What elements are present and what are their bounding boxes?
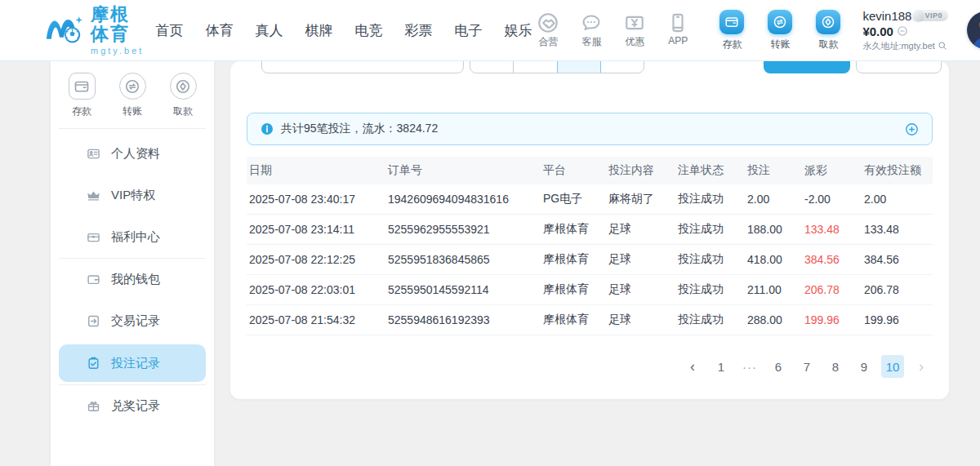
transactions-icon [87,314,100,328]
sidebar-quick-deposit[interactable]: 存款 [63,73,100,118]
header-action-label: 取款 [818,38,838,51]
sidebar-item-label: 投注记录 [111,356,160,371]
header-link-partnership[interactable]: 合营 [532,12,564,49]
cell-date: 2025-07-08 21:54:32 [249,313,388,326]
site-title: 摩根体育 [91,5,144,44]
transfer-icon [773,15,787,29]
search-icon[interactable] [938,41,947,51]
withdraw-icon [170,73,197,100]
reset-button[interactable] [856,61,942,73]
top-header: 摩根体育 mgty.bet 首页体育真人棋牌电竞彩票电子娱乐 合营客服优惠APP… [0,0,980,61]
sidebar-quick-label: 取款 [173,104,193,118]
header-quick-links: 合营客服优惠APP [532,12,694,49]
transfer-icon [119,73,146,100]
column-header-4: 投注内容 [608,163,678,178]
nav-item-8[interactable]: 娱乐 [504,21,532,40]
balance-amount: ¥0.00 [862,24,893,38]
search-button[interactable] [764,61,850,73]
cell-bet-amount: 188.00 [747,223,804,236]
header-link-app[interactable]: APP [662,12,694,49]
cell-platform: 摩根体育 [543,222,608,237]
cell-order-no: 5255962955553921 [388,223,543,236]
wallet-icon [87,273,100,286]
cell-date: 2025-07-08 22:03:01 [249,283,388,296]
vip-badge[interactable]: VIP0 [915,10,948,21]
sidebar-item-benefits[interactable]: 福利中心 [59,216,206,258]
segment-option-2[interactable] [513,61,556,73]
cell-platform: PG电子 [543,192,608,206]
pagination-page-9[interactable]: 9 [853,355,875,378]
pagination-page-8[interactable]: 8 [824,355,847,378]
cell-valid-bet-amount: 2.00 [864,193,933,206]
crown-icon [87,189,100,202]
avatar[interactable] [967,11,980,49]
sidebar-quick-label: 转账 [122,104,142,118]
sidebar-item-vip[interactable]: VIP特权 [59,175,206,216]
sidebar-item-profile[interactable]: 个人资料 [59,133,206,175]
site-logo[interactable]: 摩根体育 mgty.bet [44,5,144,55]
pagination-page-7[interactable]: 7 [795,355,818,378]
withdraw-tile [816,10,840,34]
cell-bet-amount: 288.00 [747,313,804,326]
table-row: 2025-07-08 21:54:325255948616192393摩根体育足… [247,305,933,335]
cell-valid-bet-amount: 199.96 [864,313,933,326]
pagination-page-10[interactable]: 10 [881,355,904,378]
toggle-balance-icon[interactable] [897,25,908,37]
header-action-transfer[interactable]: 转账 [762,10,798,51]
header-link-support[interactable]: 客服 [575,12,608,49]
header-link-label: 优惠 [625,35,644,49]
segment-option-4[interactable] [600,61,644,73]
app-icon [667,12,688,33]
sidebar-item-label: 交易记录 [111,313,160,329]
column-header-8: 有效投注额 [864,163,933,178]
column-header-3: 平台 [543,163,608,178]
plus-circle-icon[interactable] [905,122,919,136]
column-header-7: 派彩 [804,163,864,178]
header-link-label: 客服 [581,35,601,49]
sidebar-quick-actions: 存款转账取款 [51,61,214,128]
pagination-ellipsis[interactable]: ··· [738,355,761,378]
cell-order-status: 投注成功 [678,222,747,237]
table-row: 2025-07-08 23:14:115255962955553921摩根体育足… [247,215,933,245]
cell-order-status: 投注成功 [678,192,747,206]
column-header-6: 投注 [747,163,804,178]
bet-records-panel: 共计95笔投注，流水：3824.72 日期订单号平台投注内容注单状态投注派彩有效… [230,61,949,399]
sidebar-item-transactions[interactable]: 交易记录 [59,300,206,342]
cell-payout: 199.96 [804,313,864,326]
sidebar-quick-withdraw[interactable]: 取款 [164,73,202,118]
cell-bet-content: 足球 [608,282,678,297]
date-range-input[interactable] [261,61,464,73]
nav-item-2[interactable]: 体育 [205,21,233,40]
pagination-prev[interactable]: ‹ [681,355,704,378]
header-action-withdraw[interactable]: 取款 [810,10,846,51]
nav-item-1[interactable]: 首页 [155,21,183,40]
pagination-page-1[interactable]: 1 [710,355,733,378]
segment-option-3-selected[interactable] [557,61,600,73]
vip-medal-icon [912,10,924,21]
sidebar-item-wallet[interactable]: 我的钱包 [59,259,206,300]
header-action-deposit[interactable]: 存款 [714,10,750,51]
vip-level-label: VIP0 [924,11,942,20]
filters-row [247,61,933,74]
sidebar-quick-transfer[interactable]: 转账 [114,73,151,118]
nav-item-3[interactable]: 真人 [255,21,283,40]
pagination: ‹1···678910› [247,355,933,378]
permanent-address: 永久地址:mgty.bet [862,40,934,52]
segment-option-1[interactable] [470,61,513,73]
pagination-next[interactable]: › [910,355,933,378]
nav-item-5[interactable]: 电竞 [354,21,382,40]
prize-icon [87,399,100,413]
cell-payout: -2.00 [804,193,864,206]
header-link-promotions[interactable]: 优惠 [618,12,651,49]
nav-item-4[interactable]: 棋牌 [305,21,332,40]
info-icon [261,122,274,135]
nav-item-6[interactable]: 彩票 [404,21,432,40]
column-header-2: 订单号 [388,163,543,178]
sidebar-item-bet-records[interactable]: 投注记录 [59,344,206,382]
sidebar-item-prize-records[interactable]: 兑奖记录 [59,385,206,427]
nav-item-7[interactable]: 电子 [454,21,482,40]
table-row: 2025-07-08 22:03:015255950145592114摩根体育足… [247,275,933,305]
pagination-page-6[interactable]: 6 [767,355,790,378]
header-link-label: 合营 [538,35,558,49]
site-subtitle: mgty.bet [91,46,144,55]
